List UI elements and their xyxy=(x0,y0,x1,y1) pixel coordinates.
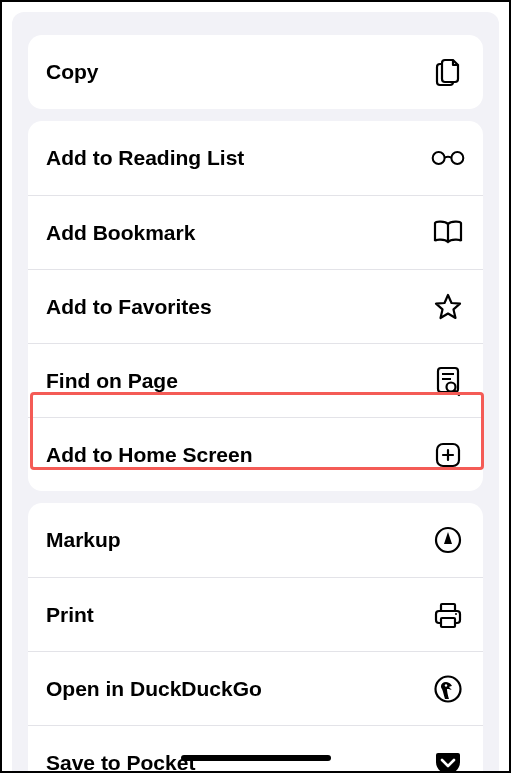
save-to-pocket-row[interactable]: Save to Pocket xyxy=(28,725,483,773)
print-row[interactable]: Print xyxy=(28,577,483,651)
plus-app-icon xyxy=(431,438,465,472)
group-2: Add to Reading List Add Bookmark Add to … xyxy=(28,121,483,491)
svg-point-11 xyxy=(445,684,447,686)
open-duckduckgo-label: Open in DuckDuckGo xyxy=(46,677,262,701)
svg-rect-7 xyxy=(441,604,455,611)
doc-on-doc-icon xyxy=(431,55,465,89)
add-home-screen-label: Add to Home Screen xyxy=(46,443,253,467)
svg-point-9 xyxy=(455,613,457,615)
copy-row[interactable]: Copy xyxy=(28,35,483,109)
star-icon xyxy=(431,290,465,324)
duck-icon xyxy=(431,672,465,706)
pen-circle-icon xyxy=(431,523,465,557)
doc-search-icon xyxy=(431,364,465,398)
markup-label: Markup xyxy=(46,528,121,552)
save-to-pocket-label: Save to Pocket xyxy=(46,751,195,774)
markup-row[interactable]: Markup xyxy=(28,503,483,577)
book-icon xyxy=(431,216,465,250)
find-on-page-label: Find on Page xyxy=(46,369,178,393)
glasses-icon xyxy=(431,141,465,175)
pocket-icon xyxy=(431,746,465,774)
add-home-screen-row[interactable]: Add to Home Screen xyxy=(28,417,483,491)
svg-point-1 xyxy=(451,152,463,164)
group-1: Copy xyxy=(28,35,483,109)
home-indicator xyxy=(181,755,331,761)
svg-rect-8 xyxy=(441,618,455,627)
add-bookmark-label: Add Bookmark xyxy=(46,221,195,245)
find-on-page-row[interactable]: Find on Page xyxy=(28,343,483,417)
open-duckduckgo-row[interactable]: Open in DuckDuckGo xyxy=(28,651,483,725)
add-reading-list-label: Add to Reading List xyxy=(46,146,244,170)
add-reading-list-row[interactable]: Add to Reading List xyxy=(28,121,483,195)
svg-point-0 xyxy=(433,152,445,164)
add-favorites-row[interactable]: Add to Favorites xyxy=(28,269,483,343)
share-sheet: Copy Add to Reading List Add xyxy=(12,12,499,773)
add-bookmark-row[interactable]: Add Bookmark xyxy=(28,195,483,269)
group-3: Markup Print Open in DuckDuckGo xyxy=(28,503,483,773)
printer-icon xyxy=(431,598,465,632)
add-favorites-label: Add to Favorites xyxy=(46,295,212,319)
print-label: Print xyxy=(46,603,94,627)
copy-label: Copy xyxy=(46,60,99,84)
